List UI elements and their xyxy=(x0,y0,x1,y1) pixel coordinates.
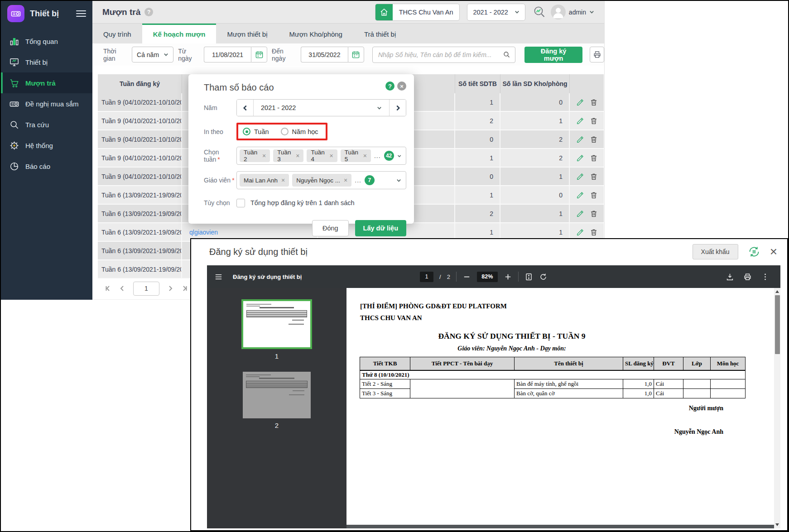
edit-icon[interactable] xyxy=(576,173,584,181)
delete-icon[interactable] xyxy=(590,228,598,236)
sidebar-item[interactable]: Tra cứu xyxy=(1,114,92,135)
edit-icon[interactable] xyxy=(576,228,584,236)
sidebar-item-icon xyxy=(9,78,19,88)
hamburger-icon[interactable] xyxy=(76,9,86,19)
tab[interactable]: Mượn thiết bị xyxy=(216,24,278,43)
edit-icon[interactable] xyxy=(576,117,584,125)
print-icon[interactable] xyxy=(743,273,752,281)
summary-checkbox[interactable] xyxy=(236,199,245,207)
scroll-up-icon[interactable] xyxy=(775,290,779,293)
first-page-icon[interactable] xyxy=(104,285,111,292)
last-page-icon[interactable] xyxy=(181,285,188,292)
teachers-multiselect[interactable]: Mai Lan Anh× Nguyễn Ngọc ...× ... 7 xyxy=(236,171,406,189)
doc-col-header: Tiết TKB xyxy=(360,357,410,370)
delete-icon[interactable] xyxy=(590,117,598,125)
calendar-icon[interactable] xyxy=(348,47,364,62)
sidebar-item-icon xyxy=(9,36,19,47)
modal-help-icon[interactable]: ? xyxy=(385,81,394,91)
chip-remove-icon[interactable]: × xyxy=(363,153,367,159)
sync-export-icon[interactable] xyxy=(747,245,761,259)
delete-icon[interactable] xyxy=(590,154,598,162)
tab-bar: Quy trình Kế hoạch mượn Mượn thiết bị Mư… xyxy=(92,24,604,43)
cell-week: Tuần 6 (13/09/2021-19/09/2021) xyxy=(98,186,182,204)
pdf-close-icon[interactable]: × xyxy=(770,245,777,258)
sidebar-item[interactable]: Thiết bị xyxy=(1,52,92,72)
calendar-icon[interactable] xyxy=(251,47,267,62)
search-icon[interactable] xyxy=(503,51,510,58)
zoom-out-icon[interactable] xyxy=(462,273,471,281)
edit-icon[interactable] xyxy=(576,191,584,199)
delete-icon[interactable] xyxy=(590,98,598,106)
tab[interactable]: Quy trình xyxy=(92,24,142,43)
tab-label: Trả thiết bị xyxy=(364,30,396,38)
prev-page-icon[interactable] xyxy=(119,285,126,292)
pdf-thumbnail[interactable]: 1 xyxy=(241,299,312,360)
radio-week[interactable]: Tuần xyxy=(243,128,269,135)
close-button[interactable]: Đóng xyxy=(312,220,349,236)
zoom-in-icon[interactable] xyxy=(504,273,512,281)
delete-icon[interactable] xyxy=(590,135,598,144)
sidebar-item[interactable]: Tổng quan xyxy=(1,31,92,52)
delete-icon[interactable] xyxy=(590,173,598,181)
from-label: Từ ngày xyxy=(178,48,199,62)
year-next-button[interactable] xyxy=(390,100,406,116)
chip-remove-icon[interactable]: × xyxy=(262,153,266,159)
school-selector[interactable]: THCS Chu Van An xyxy=(375,4,460,21)
from-date-input[interactable]: 11/08/2021 xyxy=(204,47,251,62)
chip-remove-icon[interactable]: × xyxy=(344,177,347,183)
menu-icon[interactable] xyxy=(214,273,223,281)
tab[interactable]: Mượn Kho/phòng xyxy=(279,24,353,43)
edit-icon[interactable] xyxy=(576,154,584,162)
to-date-input[interactable]: 31/05/2022 xyxy=(301,47,348,62)
analytics-search-icon[interactable] xyxy=(533,5,546,19)
modal-close-icon[interactable]: × xyxy=(397,81,406,91)
print-icon[interactable] xyxy=(590,47,604,62)
chevron-down-icon xyxy=(377,105,382,110)
doc-cell-class xyxy=(683,379,711,388)
pdf-thumbnail[interactable]: 2 xyxy=(243,372,311,429)
edit-icon[interactable] xyxy=(576,135,584,144)
rotate-icon[interactable] xyxy=(539,273,548,281)
time-select[interactable]: Cả năm xyxy=(132,47,173,62)
download-icon[interactable] xyxy=(726,273,734,281)
tab[interactable]: Kế hoạch mượn xyxy=(142,24,216,43)
delete-icon[interactable] xyxy=(590,210,598,218)
sidebar-item[interactable]: Đề nghị mua sắm xyxy=(1,93,92,114)
get-data-button[interactable]: Lấy dữ liệu xyxy=(355,220,406,236)
tab[interactable]: Trả thiết bị xyxy=(353,24,407,43)
register-borrow-button[interactable]: Đăng ký mượn xyxy=(524,47,583,63)
search-input[interactable] xyxy=(377,51,503,59)
scroll-down-icon[interactable] xyxy=(775,523,779,526)
export-button[interactable]: Xuất khẩu xyxy=(693,244,738,259)
chip-remove-icon[interactable]: × xyxy=(281,177,285,183)
cell-week: Tuần 9 (04/10/2021-10/10/2021) xyxy=(98,149,182,167)
edit-icon[interactable] xyxy=(576,210,584,218)
chip-remove-icon[interactable]: × xyxy=(296,153,299,159)
sidebar-item[interactable]: Hệ thống xyxy=(1,135,92,156)
year-select[interactable]: 2021 - 2022 xyxy=(253,100,390,116)
sidebar-item-label: Tổng quan xyxy=(25,38,58,45)
chip-remove-icon[interactable]: × xyxy=(330,153,333,159)
school-year-value: 2021 - 2022 xyxy=(473,9,508,16)
page-number-input[interactable]: 1 xyxy=(133,282,159,296)
radio-school-year[interactable]: Năm học xyxy=(281,128,318,135)
school-year-selector[interactable]: 2021 - 2022 xyxy=(467,4,525,21)
scrollbar-thumb[interactable] xyxy=(775,295,780,354)
user-menu[interactable]: admin xyxy=(551,5,594,19)
thumbnail-number: 1 xyxy=(275,352,279,360)
pdf-thumbnail-rail: 1 2 xyxy=(207,288,346,528)
pdf-page-input[interactable]: 1 xyxy=(420,272,433,282)
sidebar-item[interactable]: Mượn trả xyxy=(1,72,92,93)
thumbnail-number: 2 xyxy=(275,422,279,429)
year-prev-button[interactable] xyxy=(237,100,253,116)
next-page-icon[interactable] xyxy=(167,285,174,292)
edit-icon[interactable] xyxy=(576,98,584,106)
sidebar-item[interactable]: Báo cáo xyxy=(1,156,92,177)
more-options-icon[interactable] xyxy=(761,273,770,281)
delete-icon[interactable] xyxy=(590,191,598,199)
help-icon[interactable]: ? xyxy=(144,8,153,16)
weeks-multiselect[interactable]: Tuần 2× Tuần 3× Tuần 4× Tuần 5× ... 42 xyxy=(236,147,406,165)
pdf-scrollbar[interactable] xyxy=(774,288,780,528)
fit-page-icon[interactable] xyxy=(524,273,533,281)
viewer-background-strip xyxy=(346,525,774,528)
